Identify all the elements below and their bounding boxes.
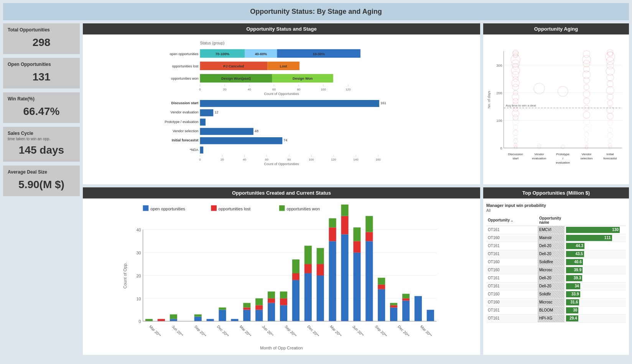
svg-rect-224 <box>353 241 360 253</box>
svg-point-161 <box>608 139 612 143</box>
svg-point-138 <box>583 119 589 125</box>
svg-rect-212 <box>304 264 312 273</box>
svg-text:selection: selection <box>580 157 592 160</box>
svg-text:start: start <box>512 157 518 160</box>
aging-header: Opportunity Aging <box>483 23 629 34</box>
svg-rect-219 <box>329 218 336 227</box>
svg-text:Sep 20**: Sep 20** <box>374 324 388 338</box>
svg-rect-204 <box>268 291 275 298</box>
opp-bar: 30 <box>566 307 578 313</box>
svg-text:Count of Opportunities: Count of Opportunities <box>264 92 299 96</box>
svg-text:Prototype: Prototype <box>556 152 569 156</box>
table-row: OT161 HPI-XG 29.4 <box>486 314 626 322</box>
svg-text:Jun 20**: Jun 20** <box>171 324 184 337</box>
svg-rect-191 <box>194 314 202 316</box>
svg-text:No. of days: No. of days <box>487 91 491 108</box>
svg-rect-187 <box>158 319 165 321</box>
opp-bar: 31.6 <box>566 299 579 305</box>
svg-point-141 <box>584 138 588 142</box>
svg-rect-190 <box>194 316 202 321</box>
opp-id: OT161 <box>486 250 538 258</box>
svg-text:100: 100 <box>496 119 502 123</box>
svg-rect-236 <box>402 298 410 300</box>
kpi-label: Sales Cycle <box>8 131 75 136</box>
opp-bar: 111 <box>566 235 612 241</box>
table-row: OT160 Mainstr 111 <box>486 234 626 242</box>
svg-rect-230 <box>378 284 385 289</box>
svg-text:open opportunities: open opportunities <box>170 52 199 56</box>
opp-name: Microsc <box>538 266 565 274</box>
table-row: OT161 Dell-20 44.3 <box>486 242 626 250</box>
svg-point-160 <box>607 133 613 138</box>
svg-rect-234 <box>390 303 397 305</box>
opp-id: OT161 <box>486 282 538 290</box>
left-sidebar: Total Opportunities 298 Open Opportuniti… <box>3 23 80 358</box>
svg-text:Mar 20**: Mar 20** <box>420 324 433 338</box>
opp-bar: 40.6 <box>566 259 583 265</box>
svg-text:Design Won: Design Won <box>293 77 313 80</box>
opp-id: OT161 <box>486 242 538 250</box>
kpi-label: Total Opportunities <box>8 27 75 33</box>
svg-text:forecastst: forecastst <box>604 157 617 160</box>
svg-text:60: 60 <box>272 88 276 91</box>
svg-rect-233 <box>390 305 397 307</box>
col-header-value <box>565 215 626 226</box>
svg-rect-169 <box>143 205 149 211</box>
svg-rect-37 <box>200 109 213 116</box>
svg-text:Count of Opportunities: Count of Opportunities <box>264 162 299 166</box>
svg-rect-217 <box>329 241 336 321</box>
svg-text:*NDA: *NDA <box>190 148 199 152</box>
svg-rect-196 <box>243 310 250 321</box>
svg-text:Lost: Lost <box>280 64 287 68</box>
svg-rect-202 <box>268 303 275 321</box>
svg-rect-197 <box>243 307 250 310</box>
svg-point-154 <box>607 94 613 100</box>
svg-text:10-30%: 10-30% <box>313 52 324 56</box>
svg-text:100: 100 <box>321 88 326 91</box>
svg-text:Dec 20**: Dec 20** <box>216 324 230 338</box>
svg-rect-171 <box>211 205 217 211</box>
svg-point-132 <box>583 77 589 83</box>
top-opp-table: Opportunity .. Opportunity name OT161 EM… <box>486 215 626 323</box>
opp-name: BLOOM <box>538 306 565 314</box>
opp-value-bar: 34 <box>565 282 626 290</box>
opp-id: OT160 <box>486 234 538 242</box>
svg-text:Initial: Initial <box>607 152 614 156</box>
page-title: Opportunity Status: By Stage and Aging <box>3 3 629 20</box>
svg-text:Mar 20**: Mar 20** <box>329 324 342 338</box>
opp-value-bar: 111 <box>565 234 626 242</box>
svg-text:40: 40 <box>136 228 141 232</box>
opp-name: HPI-XG <box>538 314 565 322</box>
main-content: Opportunity Status and Stage Status (gro… <box>83 23 629 358</box>
svg-rect-229 <box>378 289 385 321</box>
svg-text:161: 161 <box>380 101 386 105</box>
svg-rect-195 <box>231 319 238 321</box>
table-row: OT160 Microsc 31.6 <box>486 298 626 306</box>
opp-name: Dell-20 <box>538 250 565 258</box>
kpi-card-win-rate: Win Rate(%) 66.47% <box>3 92 80 123</box>
svg-rect-203 <box>268 298 275 303</box>
svg-text:12: 12 <box>214 110 218 114</box>
svg-text:70-100%: 70-100% <box>216 52 229 56</box>
svg-text:PJ Canceled: PJ Canceled <box>223 64 244 68</box>
opp-value-bar: 39.9 <box>565 266 626 274</box>
svg-rect-193 <box>219 310 226 321</box>
svg-rect-222 <box>341 204 348 216</box>
table-row: OT161 EMCVI 130 <box>486 226 626 234</box>
svg-point-155 <box>607 100 613 106</box>
bottom-charts-row: Opportunities Created and Current Status… <box>83 187 629 355</box>
table-row: OT161 Dell-20 39.3 <box>486 274 626 282</box>
aging-panel: Opportunity Aging 0100200300No. of daysD… <box>483 23 629 184</box>
opp-id: OT160 <box>486 258 538 266</box>
svg-text:opportunities lost: opportunities lost <box>172 64 199 68</box>
svg-text:Mar 20**: Mar 20** <box>148 324 162 338</box>
svg-text:evaluation: evaluation <box>556 161 570 164</box>
svg-point-107 <box>513 125 518 130</box>
opp-value-bar: 29.4 <box>565 314 626 322</box>
dashboard-container: Opportunity Status: By Stage and Aging T… <box>0 0 632 364</box>
svg-text:200: 200 <box>496 91 502 95</box>
opp-id: OT161 <box>486 314 538 322</box>
svg-rect-201 <box>255 298 263 305</box>
created-header: Opportunities Created and Current Status <box>83 187 480 198</box>
svg-rect-238 <box>415 296 422 321</box>
